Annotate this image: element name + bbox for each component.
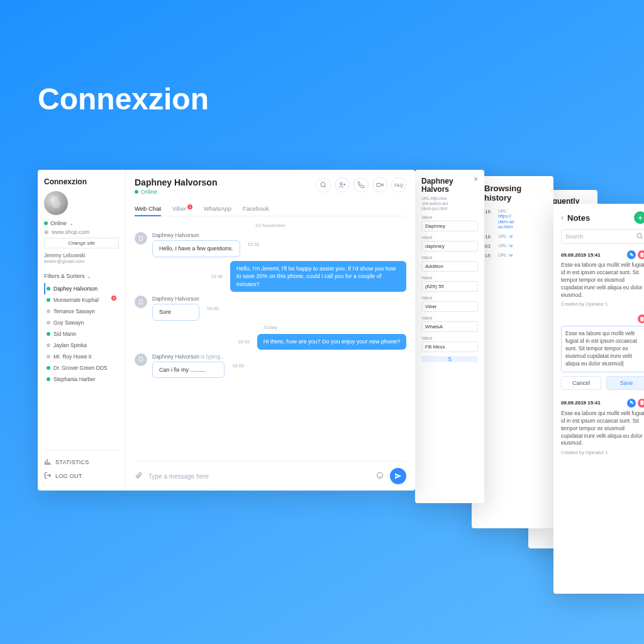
message-row: 10:52 Hi there, how are you? Do you enjo… <box>135 334 406 350</box>
contact-name: Sid Mann <box>53 331 76 337</box>
tab-whatsapp[interactable]: WhatsApp <box>204 201 231 216</box>
contact-name: Guy Sawayn <box>53 319 84 326</box>
field-label: Value <box>421 316 478 320</box>
status-dot-icon <box>47 332 50 336</box>
profile-url: URL:http://ww -est-autem-aut idunt-quo.h… <box>421 196 478 211</box>
field-input[interactable]: WhatsA <box>421 321 478 332</box>
contact-item[interactable]: Stephania Harber <box>44 374 119 385</box>
search-button[interactable] <box>316 177 331 192</box>
field-input[interactable]: Addition <box>421 261 478 272</box>
search-field[interactable] <box>561 229 644 244</box>
contact-item[interactable]: Dr. Grover Green DDS <box>44 362 119 374</box>
status-dot-icon <box>47 321 50 325</box>
field-label: Value <box>421 255 478 260</box>
chat-body[interactable]: 23 November D Daphney Halvorson Hello, I… <box>135 216 406 461</box>
history-row[interactable]: 11:15URL: w <box>478 253 547 258</box>
svg-point-1 <box>340 182 343 185</box>
field-input[interactable]: Viber <box>421 301 478 312</box>
history-row[interactable]: 11:18URL: w <box>478 234 547 240</box>
tab-viber[interactable]: Viber1 <box>172 201 192 216</box>
message-avatar: D <box>135 296 147 308</box>
notes-panel: ‹ Notes + 09.09.2019 15:41 ✎🗑 Esse ea la… <box>553 204 644 594</box>
message-row: D Daphney Halvorson is typing... Can i f… <box>135 353 406 379</box>
chat-header: Daphney Halvorson Online FAQ <box>135 177 406 195</box>
emoji-icon[interactable] <box>376 470 384 482</box>
statistics-link[interactable]: STATISTICS <box>44 455 119 469</box>
delete-note-icon[interactable]: 🗑 <box>638 399 644 408</box>
svg-rect-2 <box>377 184 381 187</box>
send-button[interactable] <box>390 468 406 484</box>
save-button[interactable]: Save <box>606 376 644 390</box>
filters-label: Filters & Sorters <box>44 273 85 279</box>
chevron-down-icon: ⌄ <box>87 274 91 279</box>
faq-button[interactable]: FAQ <box>391 177 406 192</box>
site-row: ⊕ www.shop.com <box>44 229 119 235</box>
profile-panel: × DaphneyHalvors URL:http://ww -est-aute… <box>415 170 484 503</box>
note-editor[interactable]: Esse ea labore qui mollit velit fugiat i… <box>561 326 644 372</box>
delete-note-icon[interactable]: 🗑 <box>638 250 644 259</box>
field-input[interactable]: (629) 55 <box>421 281 478 292</box>
contact-item[interactable]: Terrance Sawayn <box>44 306 119 317</box>
user-status[interactable]: Online ⌄ <box>44 220 119 226</box>
save-button[interactable]: S <box>421 356 478 362</box>
message-time: 15:32 <box>248 242 260 247</box>
call-button[interactable] <box>353 177 369 192</box>
back-icon[interactable]: ‹ <box>561 213 564 222</box>
contact-item[interactable]: Jaylan Spinka <box>44 340 119 351</box>
message-row: D Daphney Halvorson Sure 16:00 <box>135 296 406 321</box>
edit-note-icon[interactable]: ✎ <box>627 250 636 259</box>
note-creator: Created by Operator 1 <box>561 301 644 307</box>
add-note-button[interactable]: + <box>634 211 644 224</box>
contact-item[interactable]: Guy Sawayn <box>44 317 119 328</box>
field-input[interactable]: Daphney <box>421 221 478 231</box>
status-label: Online <box>50 220 67 226</box>
contact-item[interactable]: Daphey Halvorson <box>44 283 119 294</box>
status-dot-icon <box>47 287 50 291</box>
search-input[interactable] <box>565 233 636 240</box>
history-row[interactable]: 12:03URL: w <box>478 243 547 249</box>
user-avatar[interactable] <box>44 191 68 215</box>
edit-note-icon[interactable]: ✎ <box>627 399 636 408</box>
message-time: 15:36 <box>211 274 223 279</box>
logout-link[interactable]: LOG OUT <box>44 469 119 483</box>
tab-label: Viber <box>172 205 186 212</box>
date-separator: 23 November <box>135 223 406 228</box>
tab-facebook[interactable]: Facebook <box>243 201 269 216</box>
chevron-down-icon: ⌄ <box>69 221 74 226</box>
field-input[interactable]: daphney <box>421 241 478 252</box>
contact-name: Daphey Halvorson <box>53 286 97 292</box>
typing-indicator: is typing... <box>201 353 225 360</box>
cancel-button[interactable]: Cancel <box>561 376 601 390</box>
change-site-button[interactable]: Change site <box>44 238 119 248</box>
contact-name: Dr. Grover Green DDS <box>53 365 108 371</box>
logout-icon <box>44 472 52 480</box>
contact-item[interactable]: Mr. Roy Howe II <box>44 351 119 362</box>
field-label: Value <box>421 296 478 300</box>
compose-input[interactable] <box>148 473 370 480</box>
contact-name: Terrance Sawayn <box>53 308 95 314</box>
contact-name: Jaylan Spinka <box>53 342 87 348</box>
svg-point-0 <box>321 182 325 187</box>
contact-name-title: Daphney Halvorson <box>135 177 217 187</box>
close-icon[interactable]: × <box>474 175 478 184</box>
brand-logo: Connexzion <box>44 177 119 186</box>
attach-icon[interactable] <box>135 470 142 482</box>
date-separator: Today <box>135 325 406 330</box>
status-text: Online <box>141 189 157 195</box>
field-label: Value <box>421 215 478 219</box>
tab-webchat[interactable]: Web Chat <box>135 201 161 216</box>
filters-sorters-toggle[interactable]: Filters & Sorters ⌄ <box>44 273 119 279</box>
unread-badge: 2 <box>111 296 116 301</box>
compose-bar <box>135 461 406 484</box>
contact-item[interactable]: Sid Mann <box>44 328 119 340</box>
add-user-button[interactable] <box>335 177 350 192</box>
field-input[interactable]: FB Mess <box>421 341 478 352</box>
contact-list: Daphey Halvorson Monserrate Kuphal2 Terr… <box>44 283 119 385</box>
contact-item[interactable]: Monserrate Kuphal2 <box>44 294 119 306</box>
history-row[interactable]: 11:18URL:https:// utem-an uo.html <box>478 209 547 230</box>
message-author: Daphney Halvorson <box>152 232 240 238</box>
status-dot-icon <box>47 343 50 347</box>
delete-note-icon[interactable]: 🗑 <box>638 314 644 323</box>
video-button[interactable] <box>372 177 387 192</box>
note-body: Esse ea labore qui mollit velit fugiat i… <box>561 410 644 447</box>
